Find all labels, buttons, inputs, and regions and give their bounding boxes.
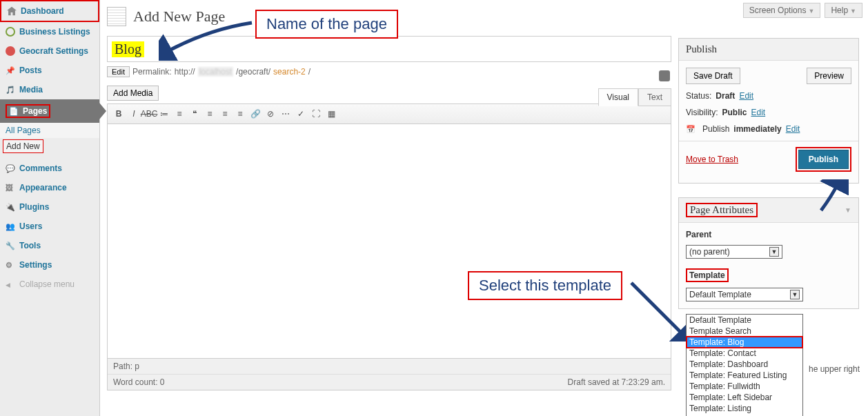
sidebar-item-label: Comments xyxy=(19,164,62,173)
collapse-menu[interactable]: Collapse menu xyxy=(0,275,99,294)
content-editor[interactable] xyxy=(107,124,671,359)
status-label: Status: xyxy=(686,91,711,101)
screen-options-button[interactable]: Screen Options▼ xyxy=(743,3,821,18)
add-media-button[interactable]: Add Media xyxy=(107,86,159,101)
page-icon xyxy=(107,7,126,26)
template-select[interactable]: Default Template ▼ xyxy=(686,288,803,301)
sidebar-item-label: Settings xyxy=(19,260,52,270)
template-option[interactable]: Template: Contact xyxy=(687,348,802,359)
chevron-down-icon[interactable]: ▼ xyxy=(845,206,851,214)
sidebar-item-comments[interactable]: Comments xyxy=(0,159,99,178)
sidebar-item-plugins[interactable]: Plugins xyxy=(0,197,99,217)
template-option[interactable]: Template: Blog xyxy=(687,337,802,348)
unlink-button[interactable]: ⊘ xyxy=(264,107,277,121)
tab-visual[interactable]: Visual xyxy=(598,88,638,106)
template-option[interactable]: Template: Listing xyxy=(687,403,802,414)
edit-status-link[interactable]: Edit xyxy=(739,91,753,101)
template-option[interactable]: Template: Featured Listing xyxy=(687,370,802,381)
help-button[interactable]: Help▼ xyxy=(825,3,862,18)
template-option[interactable]: Template: Fullwidth xyxy=(687,381,802,392)
tools-icon xyxy=(6,241,15,250)
parent-value: (no parent) xyxy=(689,247,730,257)
template-option[interactable]: Template: Dashboard xyxy=(687,359,802,370)
collapse-icon xyxy=(6,279,15,289)
sidebar-item-geocraft[interactable]: Geocraft Settings xyxy=(0,41,99,61)
autosave-status: Draft saved at 7:23:29 am. xyxy=(568,377,665,387)
link-button[interactable]: 🔗 xyxy=(248,107,262,121)
sidebar-item-users[interactable]: Users xyxy=(0,217,99,236)
ol-button[interactable]: ≡ xyxy=(172,107,186,121)
move-to-trash-link[interactable]: Move to Trash xyxy=(686,155,738,164)
status-value: Draft xyxy=(716,91,735,101)
editor-path: Path: p xyxy=(108,359,671,375)
template-option[interactable]: Default Template xyxy=(687,315,802,326)
visibility-label: Visibility: xyxy=(686,108,718,117)
save-draft-button[interactable]: Save Draft xyxy=(686,68,740,84)
fullscreen-button[interactable]: ⛶ xyxy=(309,107,323,121)
ul-button[interactable]: ≔ xyxy=(157,107,171,121)
geocraft-icon xyxy=(6,46,15,56)
annotation-name-of-page: Name of the page xyxy=(255,10,398,39)
annotation-select-template: Select this template xyxy=(468,271,622,300)
preview-button[interactable]: Preview xyxy=(807,68,851,84)
sidebar-item-dashboard[interactable]: Dashboard xyxy=(0,0,99,22)
template-option[interactable]: Template Search xyxy=(687,326,802,337)
template-option[interactable]: Template: Left Sidebar xyxy=(687,392,802,403)
chevron-down-icon: ▼ xyxy=(808,8,814,14)
sidebar-sub-all-pages[interactable]: All Pages xyxy=(0,123,99,138)
listing-icon xyxy=(6,27,15,37)
edit-visibility-link[interactable]: Edit xyxy=(751,108,765,117)
sidebar-item-pages[interactable]: Pages xyxy=(0,99,99,123)
align-left-button[interactable]: ≡ xyxy=(203,107,217,121)
media-icon xyxy=(6,85,15,95)
page-attributes-metabox: Page Attributes ▼ Parent (no parent) ▼ T… xyxy=(678,197,859,309)
permalink-row: Edit Permalink: http://localhost/geocraf… xyxy=(107,66,671,77)
sidebar-item-label: Collapse menu xyxy=(19,279,75,289)
sidebar-item-appearance[interactable]: Appearance xyxy=(0,178,99,197)
sidebar-item-posts[interactable]: Posts xyxy=(0,61,99,80)
settings-icon xyxy=(6,260,15,270)
publish-label: Publish xyxy=(702,124,729,134)
publish-title: Publish xyxy=(679,39,858,61)
spellcheck-button[interactable]: ✓ xyxy=(294,107,308,121)
page-title-input[interactable]: Blog xyxy=(107,36,671,62)
kitchensink-button[interactable]: ▦ xyxy=(324,107,338,121)
comments-icon xyxy=(6,164,15,173)
align-center-button[interactable]: ≡ xyxy=(218,107,232,121)
page-attributes-title: Page Attributes xyxy=(687,204,756,215)
template-value: Default Template xyxy=(689,290,751,299)
italic-button[interactable]: I xyxy=(127,107,141,121)
truncated-help-text: he upper right xyxy=(809,364,864,374)
sidebar-item-label: Media xyxy=(19,85,43,95)
editor-toolbar: B I ABC ≔ ≡ ❝ ≡ ≡ ≡ 🔗 ⊘ ⋯ ✓ ⛶ ▦ xyxy=(107,103,671,124)
sidebar-sub-add-new[interactable]: Add New xyxy=(3,139,43,153)
calendar-icon xyxy=(686,124,698,134)
sidebar-item-settings[interactable]: Settings xyxy=(0,255,99,275)
sidebar-item-label: Geocraft Settings xyxy=(19,46,88,56)
sidebar-item-media[interactable]: Media xyxy=(0,80,99,99)
publish-value: immediately xyxy=(733,124,781,134)
sidebar-item-tools[interactable]: Tools xyxy=(0,236,99,255)
sidebar-item-label: Plugins xyxy=(19,202,49,212)
sidebar-item-label: Tools xyxy=(19,241,41,250)
visibility-value: Public xyxy=(722,108,747,117)
edit-permalink-button[interactable]: Edit xyxy=(107,66,130,77)
parent-select[interactable]: (no parent) ▼ xyxy=(686,245,782,259)
chevron-down-icon: ▼ xyxy=(850,8,856,14)
tab-text[interactable]: Text xyxy=(638,88,671,106)
pages-icon xyxy=(9,106,19,116)
sidebar-item-business-listings[interactable]: Business Listings xyxy=(0,22,99,41)
edit-publish-date-link[interactable]: Edit xyxy=(786,124,800,134)
publish-button[interactable]: Publish xyxy=(798,150,849,169)
quote-button[interactable]: ❝ xyxy=(188,107,201,121)
bold-button[interactable]: B xyxy=(112,107,126,121)
more-button[interactable]: ⋯ xyxy=(279,107,293,121)
strike-button[interactable]: ABC xyxy=(142,107,156,121)
sidebar-item-label: Appearance xyxy=(19,183,67,192)
align-right-button[interactable]: ≡ xyxy=(233,107,247,121)
permalink-label: Permalink: xyxy=(132,67,172,77)
page-heading: Add New Page xyxy=(133,8,225,26)
template-dropdown[interactable]: Default TemplateTemplate SearchTemplate:… xyxy=(686,314,803,416)
word-count: Word count: 0 xyxy=(113,377,164,387)
chevron-down-icon: ▼ xyxy=(769,247,779,257)
